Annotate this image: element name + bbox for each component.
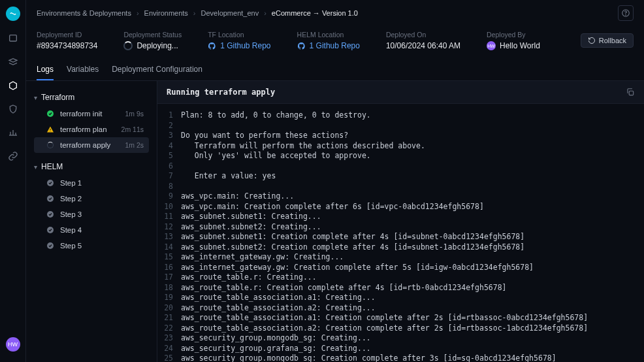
meta-label: Deployed By [487,31,540,39]
step-label: Step 5 [60,242,144,250]
nav-hexagon-icon[interactable] [7,80,19,91]
step-label: terraform apply [60,141,125,149]
group-helm[interactable]: ▾ HELM [34,158,149,175]
step-label: Step 1 [60,179,144,187]
chevron-right-icon: › [137,9,139,17]
tabs: Logs Variables Deployment Configuration [26,59,644,81]
step-time: 1m 9s [125,110,144,118]
log-line: 3Do you want to perform these actions? [157,131,644,141]
log-line: 6 [157,161,644,172]
nav-stack-icon[interactable] [7,56,19,68]
log-line: 11aws_subnet.subnet1: Creating... [157,212,644,222]
step-status-icon [46,210,55,219]
step-status-icon [46,178,55,188]
nav-link-icon[interactable] [7,150,19,162]
nav-infra-icon[interactable] [7,127,19,139]
log-line: 8 [157,182,644,192]
log-line: 22aws_route_table_association.a2: Creati… [157,323,644,334]
log-line: 23aws_security_group.mongodb_sg: Creatin… [157,333,644,344]
log-line: 1Plan: 8 to add, 0 to change, 0 to destr… [157,110,644,121]
rollback-button[interactable]: Rollback [581,33,634,48]
log-line: 19aws_route_table_association.a1: Creati… [157,293,644,303]
svg-rect-0 [9,35,16,41]
log-line: 20aws_route_table_association.a2: Creati… [157,303,644,314]
log-line: 13aws_subnet.subnet1: Creation complete … [157,232,644,242]
step-item[interactable]: Step 5 [34,238,149,254]
step-time: 1m 2s [125,141,144,149]
step-item[interactable]: terraform plan2m 11s [34,122,149,137]
log-line: 7 Enter a value: yes [157,171,644,182]
step-item[interactable]: terraform apply1m 2s [34,137,149,153]
chevron-down-icon: ▾ [34,94,37,101]
log-title: Running terraform apply [167,88,275,97]
log-line: 25aws_security_group.mongodb_sg: Creatio… [157,354,644,362]
nav-shield-icon[interactable] [7,103,19,115]
log-line: 15aws_internet_gateway.gw: Creating... [157,252,644,263]
user-dot-icon: HW [487,41,496,50]
log-line: 4 Terraform will perform the actions des… [157,141,644,152]
meta-label: Deployment ID [37,31,97,39]
help-button[interactable] [618,5,634,21]
svg-rect-10 [629,91,633,95]
log-output[interactable]: 1Plan: 8 to add, 0 to change, 0 to destr… [157,104,644,362]
step-label: terraform init [60,110,125,118]
svg-point-2 [626,15,626,16]
user-avatar[interactable]: HW [6,337,20,352]
nav-dashboard-icon[interactable] [7,33,19,44]
deployed-by: HW Hello World [487,41,540,50]
meta-label: Deployment Status [123,31,182,39]
log-line: 10aws_vpc.main: Creation complete after … [157,202,644,212]
meta-label: HELM Location [297,31,360,39]
svg-point-4 [50,131,51,131]
step-label: Step 2 [60,195,144,203]
breadcrumb-current: eCommerce → Version 1.0 [272,9,358,17]
step-item[interactable]: Step 1 [34,175,149,191]
group-terraform[interactable]: ▾ Terraform [34,89,149,106]
step-item[interactable]: Step 2 [34,191,149,206]
log-line: 18aws_route_table.r: Creation complete a… [157,283,644,293]
steps-sidebar: ▾ Terraform terraform init1m 9sterraform… [26,81,157,362]
deployed-on: 10/06/2024 06:40 AM [386,41,460,50]
copy-button[interactable] [626,88,635,97]
tab-config[interactable]: Deployment Configuration [112,59,202,80]
step-status-icon [46,140,55,150]
tf-location-link[interactable]: 1 Github Repo [208,41,270,50]
step-label: Step 3 [60,210,144,218]
step-status-icon [46,109,55,118]
log-line: 16aws_internet_gateway.gw: Creation comp… [157,263,644,273]
deployment-status: Deploying... [123,41,182,50]
tab-logs[interactable]: Logs [37,59,54,80]
step-status-icon [46,194,55,203]
chevron-right-icon: › [264,9,266,17]
step-status-icon [46,125,55,134]
step-label: terraform plan [60,125,121,133]
step-item[interactable]: Step 4 [34,222,149,238]
breadcrumb-item[interactable]: Development_env [201,9,259,17]
github-icon [208,42,216,50]
log-line: 9aws_vpc.main: Creating... [157,191,644,202]
deployment-meta: Deployment ID #8934734898734 Deployment … [26,24,644,59]
rollback-icon [588,37,596,44]
step-item[interactable]: terraform init1m 9s [34,106,149,122]
log-line: 21aws_route_table_association.a1: Creati… [157,313,644,323]
step-label: Step 4 [60,226,144,234]
step-status-icon [46,225,55,235]
breadcrumb-item[interactable]: Environments & Deployments [37,9,131,17]
deployment-id: #8934734898734 [37,41,97,50]
log-line: 2 [157,121,644,131]
helm-location-link[interactable]: 1 Github Repo [297,41,360,50]
chevron-right-icon: › [193,9,196,17]
copy-icon [626,88,635,97]
log-line: 12aws_subnet.subnet2: Creating... [157,222,644,233]
chevron-down-icon: ▾ [34,163,37,171]
github-icon [297,42,306,50]
log-line: 24aws_security_group.grafana_sg: Creatin… [157,344,644,354]
app-logo[interactable] [6,7,20,21]
step-item[interactable]: Step 3 [34,206,149,222]
breadcrumb: Environments & Deployments › Environment… [37,9,358,17]
log-line: 5 Only 'yes' will be accepted to approve… [157,151,644,161]
breadcrumb-item[interactable]: Environments [144,9,188,17]
step-status-icon [46,241,55,250]
tab-variables[interactable]: Variables [67,59,99,80]
step-time: 2m 11s [121,125,144,133]
